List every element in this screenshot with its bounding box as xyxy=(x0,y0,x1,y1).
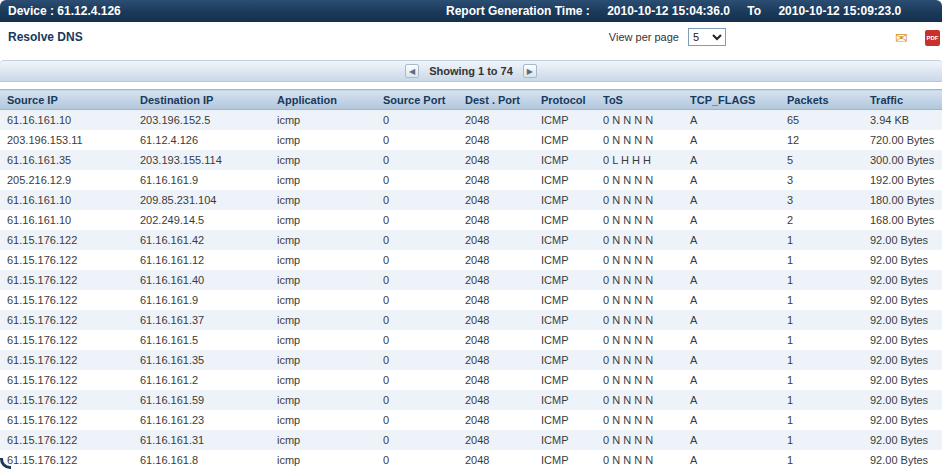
table-row: 61.15.176.12261.16.161.35icmp02048ICMP0 … xyxy=(0,350,942,370)
table-cell: icmp xyxy=(270,350,376,370)
table-cell: 92.00 Bytes xyxy=(863,270,942,290)
table-cell: 61.12.4.126 xyxy=(133,130,270,150)
table-cell: icmp xyxy=(270,290,376,310)
table-cell: ICMP xyxy=(534,410,596,430)
prev-page-button[interactable]: ◀ xyxy=(405,64,419,78)
table-cell: icmp xyxy=(270,370,376,390)
table-cell: 61.16.161.35 xyxy=(0,150,133,170)
table-cell: 2048 xyxy=(458,290,534,310)
table-cell: 0 N N N N xyxy=(596,330,683,350)
table-cell: icmp xyxy=(270,270,376,290)
table-cell: 2048 xyxy=(458,330,534,350)
column-header-application: Application xyxy=(270,90,376,110)
table-cell: 0 xyxy=(376,410,458,430)
table-cell: icmp xyxy=(270,150,376,170)
table-cell: 1 xyxy=(780,450,863,469)
table-cell: A xyxy=(683,310,780,330)
view-per-page-control: View per page 5 xyxy=(609,28,726,46)
next-page-button[interactable]: ▶ xyxy=(523,64,537,78)
table-cell: 0 N N N N xyxy=(596,410,683,430)
table-cell: 0 xyxy=(376,250,458,270)
report-generation-time: Report Generation Time : 2010-10-12 15:0… xyxy=(446,4,901,18)
table-cell: 2048 xyxy=(458,150,534,170)
table-cell: A xyxy=(683,430,780,450)
table-cell: ICMP xyxy=(534,310,596,330)
table-cell: 61.15.176.122 xyxy=(0,270,133,290)
table-cell: icmp xyxy=(270,230,376,250)
table-cell: 92.00 Bytes xyxy=(863,230,942,250)
table-cell: A xyxy=(683,330,780,350)
table-cell: 61.16.161.35 xyxy=(133,350,270,370)
table-cell: 203.196.153.11 xyxy=(0,130,133,150)
view-per-page-label: View per page xyxy=(609,31,679,43)
column-header-dest-port: Dest . Port xyxy=(458,90,534,110)
pdf-export-icon[interactable]: PDF xyxy=(925,30,940,46)
table-cell: 720.00 Bytes xyxy=(863,130,942,150)
table-cell: icmp xyxy=(270,430,376,450)
table-cell: 92.00 Bytes xyxy=(863,290,942,310)
report-time-to-label: To xyxy=(747,4,761,18)
table-cell: A xyxy=(683,390,780,410)
table-cell: ICMP xyxy=(534,330,596,350)
table-cell: 61.15.176.122 xyxy=(0,370,133,390)
table-cell: icmp xyxy=(270,190,376,210)
report-time-label: Report Generation Time : xyxy=(446,4,590,18)
table-cell: 3 xyxy=(780,190,863,210)
table-cell: 0 N N N N xyxy=(596,430,683,450)
table-cell: 0 N N N N xyxy=(596,210,683,230)
table-cell: 61.16.161.10 xyxy=(0,190,133,210)
email-report-icon[interactable]: ✉ xyxy=(895,30,908,46)
table-cell: icmp xyxy=(270,130,376,150)
table-cell: 61.15.176.122 xyxy=(0,430,133,450)
table-cell: 61.16.161.9 xyxy=(133,170,270,190)
table-row: 61.15.176.12261.16.161.37icmp02048ICMP0 … xyxy=(0,310,942,330)
table-cell: 61.15.176.122 xyxy=(0,410,133,430)
table-cell: 0 xyxy=(376,450,458,469)
column-header-source-port: Source Port xyxy=(376,90,458,110)
table-cell: 2048 xyxy=(458,310,534,330)
table-cell: A xyxy=(683,210,780,230)
table-cell: 61.16.161.42 xyxy=(133,230,270,250)
table-cell: ICMP xyxy=(534,350,596,370)
table-cell: icmp xyxy=(270,450,376,469)
table-cell: icmp xyxy=(270,210,376,230)
toolbar: Resolve DNS View per page 5 ✉ PDF xyxy=(0,22,942,52)
table-cell: 2048 xyxy=(458,210,534,230)
table-cell: 202.249.14.5 xyxy=(133,210,270,230)
table-cell: 61.15.176.122 xyxy=(0,330,133,350)
table-cell: 92.00 Bytes xyxy=(863,250,942,270)
flow-table: Source IPDestination IPApplicationSource… xyxy=(0,89,942,469)
table-cell: 61.16.161.10 xyxy=(0,110,133,130)
table-cell: 0 N N N N xyxy=(596,390,683,410)
table-cell: 92.00 Bytes xyxy=(863,410,942,430)
table-cell: 168.00 Bytes xyxy=(863,210,942,230)
table-cell: 0 xyxy=(376,350,458,370)
table-cell: A xyxy=(683,290,780,310)
table-cell: 61.16.161.8 xyxy=(133,450,270,469)
table-cell: 0 N N N N xyxy=(596,290,683,310)
column-header-tcp-flags: TCP_FLAGS xyxy=(683,90,780,110)
table-cell: 0 xyxy=(376,290,458,310)
device-label: Device : 61.12.4.126 xyxy=(8,4,121,18)
table-cell: A xyxy=(683,150,780,170)
table-cell: icmp xyxy=(270,110,376,130)
view-per-page-select[interactable]: 5 xyxy=(688,28,726,46)
table-row: 61.15.176.12261.16.161.31icmp02048ICMP0 … xyxy=(0,430,942,450)
table-cell: 0 xyxy=(376,110,458,130)
table-cell: A xyxy=(683,130,780,150)
table-cell: 0 L H H H xyxy=(596,150,683,170)
table-cell: 0 xyxy=(376,270,458,290)
column-header-traffic: Traffic xyxy=(863,90,942,110)
table-cell: 92.00 Bytes xyxy=(863,450,942,469)
table-cell: A xyxy=(683,170,780,190)
table-cell: 61.16.161.12 xyxy=(133,250,270,270)
resolve-dns-link[interactable]: Resolve DNS xyxy=(8,30,83,44)
table-cell: 2048 xyxy=(458,270,534,290)
table-cell: ICMP xyxy=(534,250,596,270)
table-cell: 3.94 KB xyxy=(863,110,942,130)
table-cell: ICMP xyxy=(534,170,596,190)
table-row: 61.15.176.12261.16.161.40icmp02048ICMP0 … xyxy=(0,270,942,290)
table-cell: 61.16.161.40 xyxy=(133,270,270,290)
table-row: 61.15.176.12261.16.161.9icmp02048ICMP0 N… xyxy=(0,290,942,310)
table-cell: 61.15.176.122 xyxy=(0,250,133,270)
